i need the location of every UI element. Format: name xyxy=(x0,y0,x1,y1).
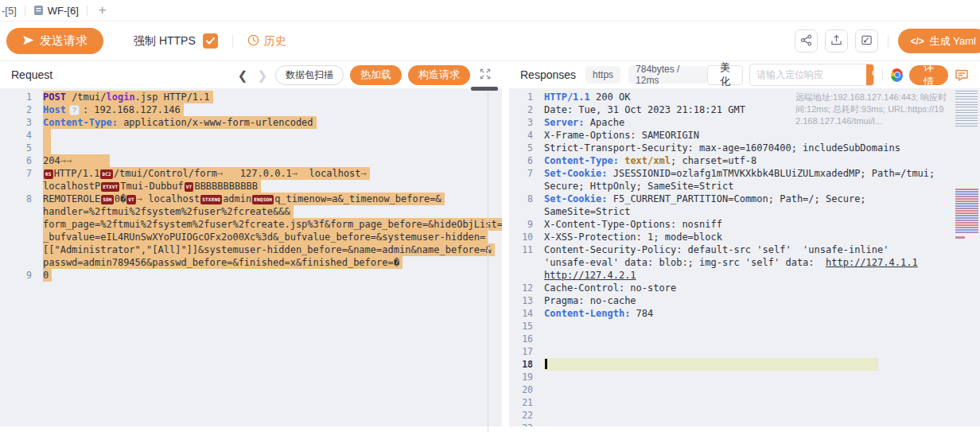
packet-scan-button[interactable]: 数据包扫描 xyxy=(275,65,344,85)
force-https-label: 强制 HTTPS xyxy=(134,34,196,49)
send-request-button[interactable]: 发送请求 xyxy=(6,28,103,54)
main-area: Request ❮︎ ❯︎ 数据包扫描 热加载 构造请求 1POST /tmui… xyxy=(0,61,980,432)
response-editor[interactable]: 1HTTP/1.1 200 OK2Date: Tue, 31 Oct 2023 … xyxy=(509,88,980,426)
add-tab-button[interactable]: + xyxy=(88,0,118,21)
next-packet-button[interactable]: ❯︎ xyxy=(255,69,269,81)
request-editor[interactable]: 1POST /tmui/login.jsp HTTP/1.12Host?: 19… xyxy=(0,88,502,426)
header-separator xyxy=(882,68,883,81)
chrome-icon[interactable] xyxy=(891,68,903,82)
toolbar-separator xyxy=(232,35,233,48)
toolbar-right: </> 生成 Yaml xyxy=(795,29,980,53)
comment-icon[interactable] xyxy=(955,68,969,82)
edit-button[interactable] xyxy=(855,29,878,53)
protocol-badge: https xyxy=(585,66,620,84)
share-button[interactable] xyxy=(795,29,818,53)
generate-yaml-button[interactable]: </> 生成 Yaml xyxy=(898,29,980,53)
request-header: Request ❮︎ ❯︎ 数据包扫描 热加载 构造请求 xyxy=(0,61,502,88)
minimap-headers xyxy=(955,91,978,127)
tab-bar: -[5] WF-[6] + xyxy=(0,0,980,21)
app-root: -[5] WF-[6] + 发送请求 强制 HTTPS xyxy=(0,0,980,432)
export-icon xyxy=(830,34,842,49)
history-button[interactable]: 历史 xyxy=(247,34,286,49)
fullscreen-icon[interactable] xyxy=(480,68,491,82)
response-panel: Responses https 784bytes / 12ms 美化 xyxy=(509,61,980,432)
export-button[interactable] xyxy=(825,29,848,53)
edit-icon xyxy=(861,34,873,49)
clock-icon xyxy=(247,34,259,49)
toolbar: 发送请求 强制 HTTPS 历史 xyxy=(0,21,980,61)
generate-yaml-label: 生成 Yaml xyxy=(930,34,976,49)
toolbar-separator xyxy=(888,35,889,48)
beautify-button[interactable]: 美化 xyxy=(707,65,743,85)
stats-badge: 784bytes / 12ms xyxy=(628,66,707,84)
response-header: Responses https 784bytes / 12ms 美化 xyxy=(509,61,980,88)
share-icon xyxy=(800,34,812,49)
send-icon xyxy=(22,34,34,49)
tab-label: WF-[6] xyxy=(48,5,79,17)
force-https-checkbox[interactable] xyxy=(203,33,218,49)
request-panel: Request ❮︎ ❯︎ 数据包扫描 热加载 构造请求 1POST /tmui… xyxy=(0,61,502,432)
minimap-body-tail xyxy=(955,236,965,239)
search-icon xyxy=(871,68,873,81)
details-button[interactable]: 详情 xyxy=(909,65,948,85)
request-header-actions: ❮︎ ❯︎ 数据包扫描 热加载 构造请求 xyxy=(236,65,491,85)
tab-wf-5[interactable]: -[5] xyxy=(0,0,25,21)
search-box xyxy=(749,64,873,86)
document-icon xyxy=(33,5,44,16)
prev-packet-button[interactable]: ❮︎ xyxy=(236,69,250,81)
history-label: 历史 xyxy=(264,34,286,49)
code-icon: </> xyxy=(910,36,924,47)
search-button[interactable] xyxy=(866,64,873,85)
tab-wf-6[interactable]: WF-[6] xyxy=(25,0,87,21)
request-scrollbar-thumb[interactable] xyxy=(471,87,498,91)
build-request-button[interactable]: 构造请求 xyxy=(408,65,470,85)
request-scrollbar-track xyxy=(488,88,488,432)
minimap[interactable] xyxy=(954,88,980,426)
response-title: Responses xyxy=(520,68,576,81)
hot-reload-button[interactable]: 热加载 xyxy=(350,65,402,85)
force-https-group: 强制 HTTPS xyxy=(134,33,218,49)
search-input[interactable] xyxy=(750,69,866,80)
request-title: Request xyxy=(11,68,52,81)
send-label: 发送请求 xyxy=(40,33,88,49)
response-meta-info: 远端地址:192.168.127.146:443; 响应时间:12ms; 总耗时… xyxy=(795,91,948,127)
minimap-body xyxy=(955,189,978,233)
response-header-actions: 美化 详情 xyxy=(707,64,969,86)
